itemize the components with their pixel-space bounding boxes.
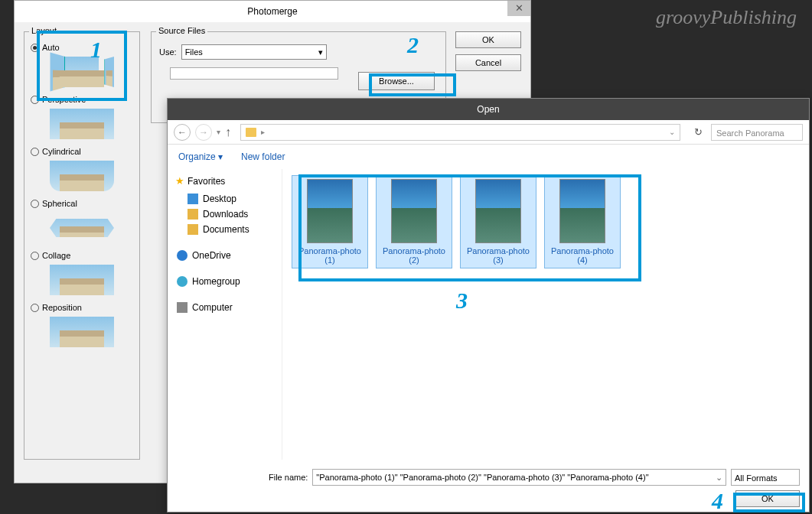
layout-option-label: Cylindrical — [42, 147, 81, 156]
file-name: Panorama-photo (4) — [551, 246, 614, 265]
chevron-down-icon[interactable]: ⌄ — [716, 469, 722, 486]
folder-icon — [246, 128, 256, 137]
open-title: Open — [168, 99, 809, 120]
sidebar-favorites[interactable]: ★ Favorites — [174, 174, 276, 191]
layout-option-spherical[interactable]: Spherical — [31, 199, 133, 208]
file-item[interactable]: Panorama-photo (2) — [376, 175, 452, 268]
radio-icon[interactable] — [31, 304, 39, 312]
onedrive-icon — [177, 250, 188, 261]
layout-option-label: Reposition — [42, 303, 82, 312]
sidebar-item-label: Computer — [192, 302, 233, 313]
reposition-thumb — [50, 317, 114, 347]
downloads-icon — [188, 209, 198, 220]
file-pane[interactable]: Panorama-photo (1) Panorama-photo (2) Pa… — [282, 169, 809, 460]
sidebar: ★ Favorites Desktop Downloads Documents … — [168, 169, 282, 460]
layout-option-label: Perspective — [42, 95, 86, 104]
photomerge-titlebar[interactable]: Photomerge ✕ — [15, 1, 530, 22]
star-icon: ★ — [175, 175, 184, 187]
open-dialog: Open ← → ▾ ↑ ▸ ⌄ ↻ Search Panorama Organ… — [167, 98, 810, 512]
layout-option-perspective[interactable]: Perspective — [31, 95, 133, 104]
cancel-button[interactable]: Cancel — [455, 54, 521, 71]
file-item[interactable]: Panorama-photo (3) — [460, 175, 536, 268]
sidebar-item-label: Downloads — [203, 209, 248, 220]
sidebar-item-label: OneDrive — [192, 250, 231, 261]
chevron-down-icon[interactable]: ▾ — [217, 128, 220, 136]
up-icon[interactable]: ↑ — [225, 125, 231, 139]
new-folder-button[interactable]: New folder — [241, 151, 285, 162]
photomerge-title: Photomerge — [247, 6, 297, 17]
layout-option-cylindrical[interactable]: Cylindrical — [31, 147, 133, 156]
file-name: Panorama-photo (2) — [383, 246, 445, 265]
radio-icon[interactable] — [31, 44, 39, 52]
spherical-thumb — [50, 213, 114, 243]
sidebar-item-label: Documents — [203, 224, 249, 235]
file-name: Panorama-photo (3) — [467, 246, 530, 265]
file-item[interactable]: Panorama-photo (1) — [292, 175, 368, 268]
layout-option-collage[interactable]: Collage — [31, 251, 133, 260]
file-name: Panorama-photo (1) — [298, 246, 361, 265]
layout-option-label: Collage — [42, 251, 70, 260]
file-thumbnail — [559, 179, 605, 243]
ok-button[interactable]: OK — [455, 31, 521, 48]
layout-legend: Layout — [29, 26, 59, 35]
sidebar-item-downloads[interactable]: Downloads — [174, 207, 276, 222]
layout-option-label: Spherical — [42, 199, 77, 208]
use-value: Files — [185, 47, 203, 57]
address-bar[interactable]: ▸ ⌄ — [240, 124, 680, 141]
sidebar-item-computer[interactable]: Computer — [174, 300, 276, 315]
toolbar: Organize ▾ New folder — [168, 145, 809, 169]
file-filter-dropdown[interactable]: All Formats — [731, 469, 800, 486]
nav-bar: ← → ▾ ↑ ▸ ⌄ ↻ Search Panorama — [168, 120, 809, 145]
chevron-down-icon: ▾ — [318, 47, 323, 57]
homegroup-icon — [177, 276, 188, 287]
desktop-icon — [188, 194, 198, 204]
sidebar-item-label: Desktop — [203, 194, 236, 204]
layout-group: Layout Auto Perspective Cylindrical — [24, 31, 140, 460]
file-thumbnail — [475, 179, 521, 243]
documents-icon — [188, 224, 198, 235]
computer-icon — [177, 302, 188, 313]
collage-thumb — [50, 265, 114, 295]
sidebar-item-label: Favorites — [188, 176, 225, 187]
file-thumbnail — [307, 179, 353, 243]
chevron-down-icon[interactable]: ⌄ — [669, 128, 675, 136]
file-item[interactable]: Panorama-photo (4) — [544, 175, 621, 268]
back-icon[interactable]: ← — [174, 124, 191, 141]
filename-input[interactable]: "Panorama-photo (1)" "Panorama-photo (2)… — [312, 469, 726, 486]
sidebar-item-documents[interactable]: Documents — [174, 222, 276, 237]
sidebar-item-desktop[interactable]: Desktop — [174, 191, 276, 207]
search-input[interactable]: Search Panorama — [711, 124, 803, 141]
layout-option-reposition[interactable]: Reposition — [31, 303, 133, 312]
chevron-right-icon: ▸ — [261, 128, 265, 136]
auto-thumb — [50, 57, 114, 87]
refresh-icon[interactable]: ↻ — [690, 124, 706, 141]
forward-icon[interactable]: → — [195, 124, 212, 141]
radio-icon[interactable] — [31, 96, 39, 104]
perspective-thumb — [50, 109, 114, 139]
open-ok-button[interactable]: OK — [735, 490, 800, 507]
use-dropdown[interactable]: Files ▾ — [181, 44, 327, 60]
radio-icon[interactable] — [31, 252, 39, 260]
sidebar-item-onedrive[interactable]: OneDrive — [174, 248, 276, 263]
use-label: Use: — [159, 47, 177, 57]
filename-value: "Panorama-photo (1)" "Panorama-photo (2)… — [316, 469, 648, 486]
radio-icon[interactable] — [31, 200, 39, 208]
organize-menu[interactable]: Organize ▾ — [178, 151, 223, 162]
close-icon[interactable]: ✕ — [507, 1, 530, 16]
radio-icon[interactable] — [31, 148, 39, 156]
cylindrical-thumb — [50, 161, 114, 191]
file-thumbnail — [391, 179, 437, 243]
layout-option-auto[interactable]: Auto — [31, 43, 133, 52]
browse-button[interactable]: Browse... — [358, 72, 435, 90]
filename-label: File name: — [269, 473, 308, 482]
watermark-text: groovyPublishing — [656, 6, 797, 29]
sidebar-item-label: Homegroup — [192, 276, 240, 287]
sidebar-item-homegroup[interactable]: Homegroup — [174, 274, 276, 289]
source-legend: Source Files — [156, 26, 207, 35]
layout-option-label: Auto — [42, 43, 60, 52]
source-file-list[interactable] — [170, 67, 338, 80]
